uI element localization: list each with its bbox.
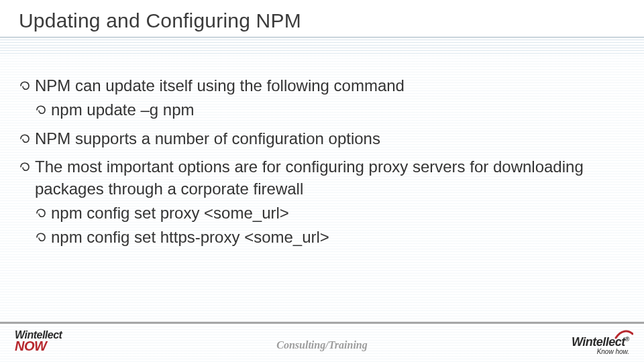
bullet-subitem: npm config set https-proxy <some_url> xyxy=(19,227,617,248)
swirl-bullet-icon xyxy=(19,132,32,145)
bullet-subitem: npm update –g npm xyxy=(19,99,617,121)
swirl-bullet-icon xyxy=(35,206,48,220)
bullet-text: npm config set proxy <some_url> xyxy=(51,204,289,222)
bullet-text: NPM supports a number of configuration o… xyxy=(35,129,380,147)
logo-wintellect: Wintellect® Know how. xyxy=(572,335,629,355)
swirl-bullet-icon xyxy=(19,79,32,93)
bullet-text: npm update –g npm xyxy=(51,101,194,119)
bullet-item: NPM can update itself using the followin… xyxy=(19,75,617,97)
slide: Updating and Configuring NPM NPM can upd… xyxy=(0,0,644,362)
slide-title: Updating and Configuring NPM xyxy=(19,9,301,32)
swirl-bullet-icon xyxy=(19,160,32,174)
bullet-group-1: NPM can update itself using the followin… xyxy=(19,75,617,121)
bullet-group-2: NPM supports a number of configuration o… xyxy=(19,128,617,149)
bullet-text: NPM can update itself using the followin… xyxy=(35,76,405,95)
bullet-group-3: The most important options are for confi… xyxy=(19,156,617,249)
bullet-text: The most important options are for confi… xyxy=(35,158,584,197)
bullet-item: NPM supports a number of configuration o… xyxy=(19,128,617,149)
logo-right-brand: Wintellect® xyxy=(572,335,629,349)
swoosh-icon xyxy=(614,328,633,338)
slide-body: NPM can update itself using the followin… xyxy=(19,75,617,255)
footer-divider xyxy=(0,322,644,324)
bullet-subitem: npm config set proxy <some_url> xyxy=(19,202,617,224)
swirl-bullet-icon xyxy=(35,231,48,244)
footer-caption: Consulting/Training xyxy=(0,339,644,351)
footer: Wintellect NOW Consulting/Training Winte… xyxy=(0,322,644,362)
bullet-item: The most important options are for confi… xyxy=(19,156,617,200)
swirl-bullet-icon xyxy=(35,103,48,117)
bullet-text: npm config set https-proxy <some_url> xyxy=(51,228,329,246)
